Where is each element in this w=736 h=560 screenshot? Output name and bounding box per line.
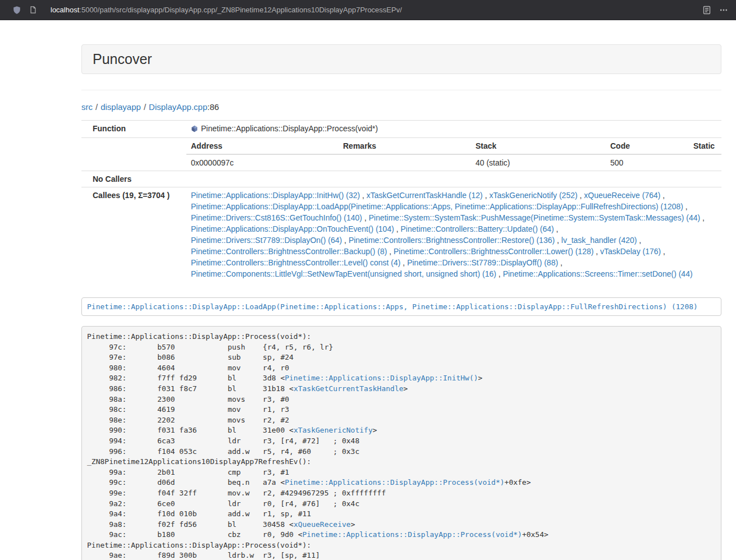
- callee-separator: ,: [683, 202, 688, 211]
- breadcrumb-line-number: :86: [207, 102, 219, 112]
- callee-item: Pinetime::Applications::DisplayApp::OnTo…: [191, 224, 401, 233]
- callee-item: Pinetime::Applications::DisplayApp::Init…: [191, 191, 367, 200]
- callee-separator: ,: [661, 247, 665, 256]
- callee-item: xQueueReceive (764) ,: [584, 191, 665, 200]
- callee-link[interactable]: Pinetime::Applications::DisplayApp::OnTo…: [191, 224, 394, 233]
- callee-link[interactable]: lv_task_handler (420): [561, 236, 637, 245]
- breadcrumb-separator: /: [95, 102, 98, 112]
- function-label: Function: [81, 121, 186, 138]
- breadcrumb: src/displayapp/DisplayApp.cpp:86: [81, 102, 721, 113]
- cell-address: 0x0000097c: [186, 154, 339, 171]
- cell-code: 500: [606, 154, 689, 171]
- callee-link[interactable]: Pinetime::Applications::DisplayApp::Load…: [191, 202, 683, 211]
- callee-link[interactable]: Pinetime::Controllers::BrightnessControl…: [191, 258, 400, 267]
- detail-row-label: [81, 138, 186, 171]
- detail-cell: Address Remarks Stack Code Static 0x0000…: [186, 138, 721, 171]
- callees-label: Callees (19, Σ=3704 ): [81, 187, 186, 282]
- callee-link[interactable]: Pinetime::System::SystemTask::PushMessag…: [369, 213, 701, 222]
- url-host: localhost: [51, 6, 79, 14]
- callees-row: Callees (19, Σ=3704 ) Pinetime::Applicat…: [81, 187, 721, 282]
- callee-item: Pinetime::Applications::Screens::Timer::…: [503, 269, 693, 278]
- selected-symbol-box: Pinetime::Applications::DisplayApp::Load…: [81, 297, 721, 316]
- breadcrumb-link-file[interactable]: DisplayApp.cpp: [149, 102, 207, 112]
- callee-separator: ,: [637, 236, 641, 245]
- disassembly-symbol-link[interactable]: xTaskGetCurrentTaskHandle: [294, 384, 404, 393]
- col-header-code: Code: [606, 138, 689, 154]
- callee-item: Pinetime::System::SystemTask::PushMessag…: [369, 213, 705, 222]
- main-content: Puncover src/displayapp/DisplayApp.cpp:8…: [81, 44, 721, 560]
- function-row: Function Pinetime::Applications::Display…: [81, 121, 721, 138]
- callee-separator: ,: [483, 191, 490, 200]
- callee-item: Pinetime::Components::LittleVgl::SetNewT…: [191, 269, 503, 278]
- detail-table: Address Remarks Stack Code Static 0x0000…: [186, 138, 721, 171]
- callee-item: lv_task_handler (420) ,: [561, 236, 641, 245]
- address-bar[interactable]: localhost:5000/path/src/displayapp/Displ…: [51, 6, 702, 14]
- page-title: Puncover: [93, 51, 710, 67]
- callee-item: Pinetime::Controllers::BrightnessControl…: [349, 236, 561, 245]
- callee-link[interactable]: Pinetime::Applications::Screens::Timer::…: [503, 269, 693, 278]
- callee-link[interactable]: xTaskGetCurrentTaskHandle (12): [367, 191, 483, 200]
- disassembly: Pinetime::Applications::DisplayApp::Proc…: [81, 326, 721, 560]
- callee-separator: ,: [496, 269, 503, 278]
- callee-item: Pinetime::Drivers::St7789::DisplayOn() (…: [191, 236, 349, 245]
- callee-link[interactable]: Pinetime::Components::LittleVgl::SetNewT…: [191, 269, 496, 278]
- callee-link[interactable]: Pinetime::Drivers::St7789::DisplayOn() (…: [191, 236, 342, 245]
- breadcrumb-separator: /: [144, 102, 146, 112]
- callee-separator: ,: [394, 224, 401, 233]
- callers-label: No Callers: [81, 171, 186, 187]
- callee-separator: ,: [700, 213, 705, 222]
- callee-item: xTaskGenericNotify (252) ,: [489, 191, 584, 200]
- reader-view-icon[interactable]: [702, 6, 711, 15]
- cell-remarks: [339, 154, 471, 171]
- function-table: Function Pinetime::Applications::Display…: [81, 120, 721, 282]
- callees-list: Pinetime::Applications::DisplayApp::Init…: [186, 187, 721, 282]
- callee-item: Pinetime::Drivers::Cst816S::GetTouchInfo…: [191, 213, 369, 222]
- callee-item: Pinetime::Controllers::Battery::Update()…: [401, 224, 559, 233]
- callee-link[interactable]: Pinetime::Controllers::BrightnessControl…: [191, 247, 387, 256]
- callee-separator: ,: [554, 224, 559, 233]
- callee-item: vTaskDelay (176) ,: [600, 247, 665, 256]
- disassembly-symbol-link[interactable]: xTaskGenericNotify: [294, 426, 373, 434]
- callee-link[interactable]: Pinetime::Controllers::BrightnessControl…: [394, 247, 593, 256]
- disassembly-symbol-link[interactable]: Pinetime::Applications::DisplayApp::Init…: [285, 374, 478, 382]
- detail-value-row: 0x0000097c 40 (static) 500: [186, 154, 721, 171]
- callee-link[interactable]: Pinetime::Applications::DisplayApp::Init…: [191, 191, 360, 200]
- callee-item: Pinetime::Controllers::BrightnessControl…: [191, 247, 394, 256]
- function-icon: [191, 124, 198, 135]
- detail-header-row: Address Remarks Stack Code Static: [186, 138, 721, 154]
- disassembly-symbol-link[interactable]: Pinetime::Applications::DisplayApp::Proc…: [303, 530, 522, 539]
- callee-item: Pinetime::Controllers::BrightnessControl…: [394, 247, 600, 256]
- shield-icon[interactable]: [12, 6, 21, 15]
- callee-link[interactable]: Pinetime::Controllers::Battery::Update()…: [401, 224, 554, 233]
- callee-separator: ,: [660, 191, 665, 200]
- callee-link[interactable]: Pinetime::Controllers::BrightnessControl…: [349, 236, 555, 245]
- callers-cell: [186, 171, 721, 187]
- breadcrumb-link-src[interactable]: src: [81, 102, 93, 112]
- page-info-icon[interactable]: [29, 6, 37, 14]
- col-header-static: Static: [689, 138, 721, 154]
- callee-separator: ,: [400, 258, 407, 267]
- callee-link[interactable]: Pinetime::Drivers::Cst816S::GetTouchInfo…: [191, 213, 362, 222]
- callee-item: Pinetime::Drivers::St7789::DisplayOff() …: [407, 258, 563, 267]
- disassembly-symbol-link[interactable]: Pinetime::Applications::DisplayApp::Proc…: [285, 478, 504, 486]
- cell-static: [689, 154, 721, 171]
- callee-item: Pinetime::Controllers::BrightnessControl…: [191, 258, 407, 267]
- callee-link[interactable]: vTaskDelay (176): [600, 247, 661, 256]
- function-name: Pinetime::Applications::DisplayApp::Proc…: [201, 124, 378, 133]
- callers-row: No Callers: [81, 171, 721, 187]
- col-header-address: Address: [186, 138, 339, 154]
- breadcrumb-link-displayapp[interactable]: displayapp: [100, 102, 141, 112]
- callee-link[interactable]: Pinetime::Drivers::St7789::DisplayOff() …: [407, 258, 558, 267]
- callee-link[interactable]: xTaskGenericNotify (252): [489, 191, 577, 200]
- callee-separator: ,: [387, 247, 394, 256]
- callee-link[interactable]: xQueueReceive (764): [584, 191, 660, 200]
- app-header-well: Puncover: [81, 44, 721, 74]
- overflow-menu-icon[interactable]: [719, 6, 728, 15]
- callee-separator: ,: [558, 258, 563, 267]
- url-path: :5000/path/src/displayapp/DisplayApp.cpp…: [79, 6, 402, 14]
- callee-separator: ,: [555, 236, 561, 245]
- callee-separator: ,: [593, 247, 600, 256]
- selected-symbol-link[interactable]: Pinetime::Applications::DisplayApp::Load…: [87, 302, 698, 311]
- disassembly-symbol-link[interactable]: xQueueReceive: [294, 520, 351, 529]
- col-header-remarks: Remarks: [339, 138, 471, 154]
